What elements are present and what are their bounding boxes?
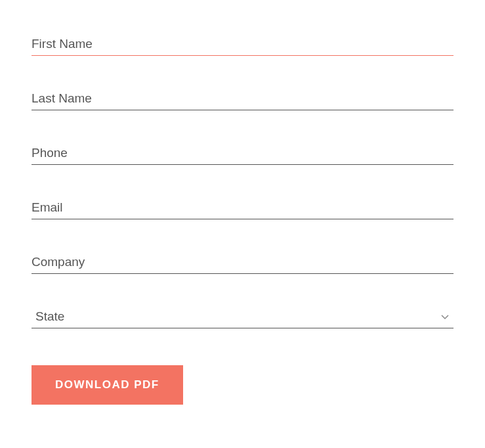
last-name-input[interactable] — [32, 87, 453, 110]
first-name-input[interactable] — [32, 33, 453, 56]
state-select-label: State — [32, 309, 440, 324]
first-name-field — [32, 33, 453, 56]
download-pdf-button[interactable]: DOWNLOAD PDF — [32, 365, 183, 405]
chevron-down-icon — [440, 312, 450, 321]
company-input[interactable] — [32, 251, 453, 274]
state-select[interactable]: State — [32, 305, 453, 328]
email-field — [32, 196, 453, 219]
state-field: State — [32, 305, 453, 328]
phone-input[interactable] — [32, 142, 453, 165]
email-input[interactable] — [32, 196, 453, 219]
contact-form: State DOWNLOAD PDF — [32, 33, 453, 405]
company-field — [32, 251, 453, 274]
phone-field — [32, 142, 453, 165]
last-name-field — [32, 87, 453, 110]
